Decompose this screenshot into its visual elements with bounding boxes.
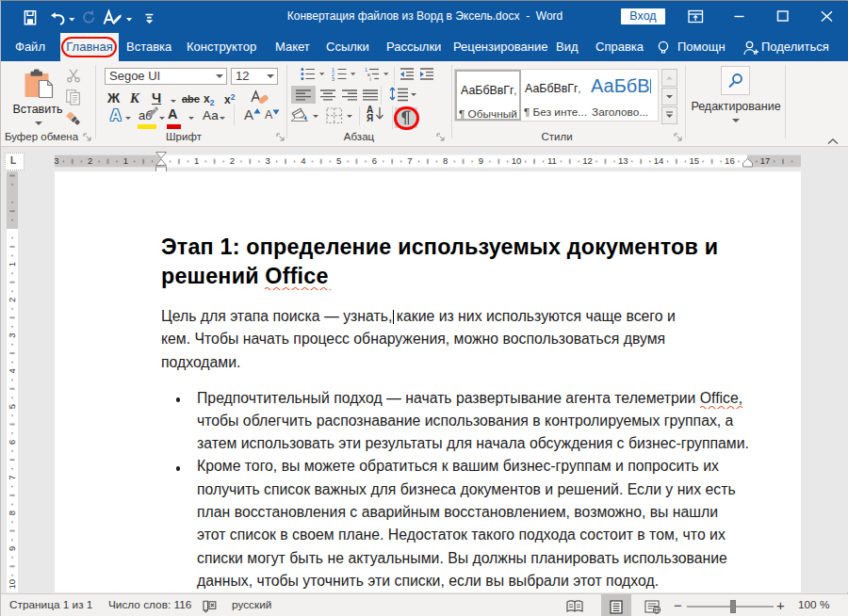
- svg-text:4: 4: [7, 368, 17, 373]
- svg-text:6: 6: [372, 155, 377, 166]
- svg-text:9: 9: [479, 155, 483, 166]
- svg-text:1: 1: [123, 155, 128, 166]
- svg-text:15: 15: [689, 155, 699, 166]
- svg-text:8: 8: [7, 511, 17, 515]
- svg-text:7: 7: [7, 475, 17, 479]
- svg-text:12: 12: [582, 155, 593, 166]
- svg-text:13: 13: [618, 155, 628, 166]
- svg-text:5: 5: [7, 404, 17, 409]
- svg-text:1: 1: [7, 262, 17, 267]
- svg-text:3: 3: [265, 155, 269, 166]
- svg-text:3: 3: [54, 155, 58, 166]
- svg-text:17: 17: [760, 155, 771, 166]
- svg-text:i: i: [369, 76, 370, 81]
- svg-text:4: 4: [301, 155, 305, 166]
- svg-text:7: 7: [407, 155, 412, 166]
- svg-text:1: 1: [194, 155, 199, 166]
- svg-text:14: 14: [654, 155, 664, 166]
- svg-text:16: 16: [725, 155, 735, 166]
- svg-text:5: 5: [336, 155, 341, 166]
- svg-text:6: 6: [7, 440, 17, 445]
- svg-text:8: 8: [443, 155, 448, 166]
- svg-text:2: 2: [230, 155, 235, 166]
- svg-text:2: 2: [88, 155, 92, 166]
- svg-text:3: 3: [7, 332, 17, 337]
- svg-text:9: 9: [7, 546, 17, 551]
- svg-text:10: 10: [512, 155, 522, 166]
- svg-text:3: 3: [332, 76, 334, 81]
- svg-text:10: 10: [7, 579, 17, 590]
- svg-text:2: 2: [7, 298, 17, 302]
- svg-text:11: 11: [547, 155, 557, 166]
